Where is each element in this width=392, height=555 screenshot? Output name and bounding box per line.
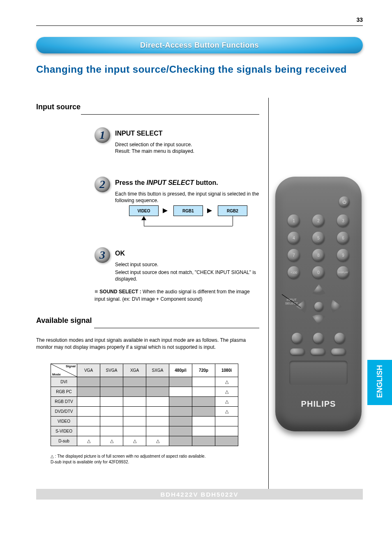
digit-label: DISPLAY [338, 271, 348, 274]
table-row: S-VIDEO [51, 426, 238, 436]
digit-0-button[interactable]: 0 [312, 266, 325, 279]
digit-7-button[interactable]: 7 [288, 249, 300, 261]
arrow-up-button[interactable] [311, 283, 327, 297]
table-cell [100, 407, 123, 417]
row-label: S-VIDEO [51, 426, 77, 436]
table-cell [100, 417, 123, 426]
cycle-box-3: RGB2 [218, 205, 247, 216]
step-2-label-suffix: button. [194, 179, 218, 186]
step-1-bullet: 1 [95, 127, 110, 143]
table-cell [100, 387, 123, 397]
step-2-label-prefix: Press the [115, 179, 146, 186]
aux-button-1[interactable] [292, 333, 302, 343]
power-button[interactable]: ⏻ [339, 196, 350, 207]
table-row: RGB PC△ [51, 387, 238, 397]
sound-note: ■ SOUND SELECT : When the audio signal i… [95, 288, 259, 302]
side-tab-text: ENGLISH [376, 370, 384, 398]
table-cell [169, 426, 192, 436]
table-cell [123, 426, 146, 436]
table-cell: △ [123, 436, 146, 446]
digit-label: 5 [317, 236, 320, 240]
table-cell [100, 397, 123, 407]
table-cell [146, 397, 169, 407]
table-cell [123, 377, 146, 387]
table-cell [77, 417, 100, 426]
pill-button-2[interactable] [311, 348, 325, 355]
table-cell [192, 407, 215, 417]
table-cell [123, 417, 146, 426]
digit-3-button[interactable]: 3 [337, 214, 349, 227]
table-cell [192, 426, 215, 436]
footer-bar-text: BDH4222V BDH5022V [161, 491, 239, 498]
cycle-line [233, 216, 233, 226]
table-cell [169, 417, 192, 426]
table-cell [192, 387, 215, 397]
pill-button-1[interactable] [290, 348, 305, 355]
plus100-button[interactable]: +100 [288, 266, 300, 279]
digit-label: 4 [293, 236, 295, 240]
section1-rule [81, 114, 259, 115]
step-3-body-1: Select input source. [115, 261, 259, 268]
table-cell [77, 387, 100, 397]
row-label: DVD/DTV [51, 407, 77, 417]
table-row: D-sub△△△△ [51, 436, 238, 446]
aux-button-3[interactable] [334, 333, 345, 343]
step-1-label: INPUT SELECT [115, 130, 163, 137]
vertical-divider [268, 98, 269, 498]
arrow-down-button[interactable] [311, 313, 327, 326]
step-3-bullet: 3 [95, 247, 110, 263]
aux-button-2[interactable] [313, 333, 324, 343]
table-cell [169, 397, 192, 407]
table-row: VIDEO [51, 417, 238, 426]
digit-8-button[interactable]: 8 [312, 249, 325, 261]
row-label: D-sub [51, 436, 77, 446]
table-cell [169, 377, 192, 387]
arrow-right-button[interactable] [330, 298, 343, 315]
table-cell [77, 426, 100, 436]
page-number: 33 [356, 16, 363, 23]
table-row: DVD/DTV△ [51, 407, 238, 417]
digit-label: 2 [317, 219, 320, 223]
top-rule [36, 25, 363, 26]
ok-button[interactable] [314, 302, 323, 311]
table-cell: △ [215, 377, 238, 387]
digit-4-button[interactable]: 4 [288, 232, 300, 244]
diag-top: Signal [66, 364, 76, 368]
table-cell: △ [215, 397, 238, 407]
signal-table: Signal Mode VGA SVGA XGA SXGA 480p/i 720… [51, 364, 238, 446]
table-cell [123, 407, 146, 417]
cycle-line [144, 219, 144, 226]
digit-label: +100 [291, 271, 297, 274]
section2-rule [94, 328, 259, 328]
digit-2-button[interactable]: 2 [312, 214, 325, 227]
cycle-box-1: VIDEO [129, 205, 159, 216]
digit-9-button[interactable]: 9 [337, 249, 349, 261]
table-cell [192, 417, 215, 426]
digit-6-button[interactable]: 6 [337, 232, 349, 244]
step-1-result: Result: The main menu is displayed. [115, 148, 194, 154]
table-cell [215, 436, 238, 446]
digit-1-button[interactable]: 1 [288, 214, 300, 227]
arrow-right-icon [207, 208, 212, 213]
step-2-number: 2 [99, 178, 105, 191]
table-note-1: △ : The displayed picture is of full scr… [51, 454, 205, 458]
title-bar-text: Direct-Access Button Functions [140, 41, 259, 50]
col-vga: VGA [77, 364, 100, 377]
remote-brand: PHILIPS [275, 399, 362, 409]
triangle-icon: △ [156, 438, 159, 443]
col-1080i: 1080i [215, 364, 238, 377]
row-label: VIDEO [51, 417, 77, 426]
digit-5-button[interactable]: 5 [312, 232, 325, 244]
digit-label: 1 [293, 219, 295, 223]
table-note-2: D-sub input is available only for 42FD99… [51, 460, 129, 464]
pill-button-3[interactable] [331, 348, 346, 355]
col-xga: XGA [123, 364, 146, 377]
table-cell: △ [215, 387, 238, 397]
table-cell [77, 377, 100, 387]
col-sxga: SXGA [146, 364, 169, 377]
arrow-up-icon [141, 216, 146, 220]
section2-heading: Available signal [36, 316, 92, 325]
triangle-icon: △ [87, 438, 90, 443]
triangle-icon: △ [133, 438, 136, 443]
display-button[interactable]: DISPLAY [337, 266, 349, 279]
